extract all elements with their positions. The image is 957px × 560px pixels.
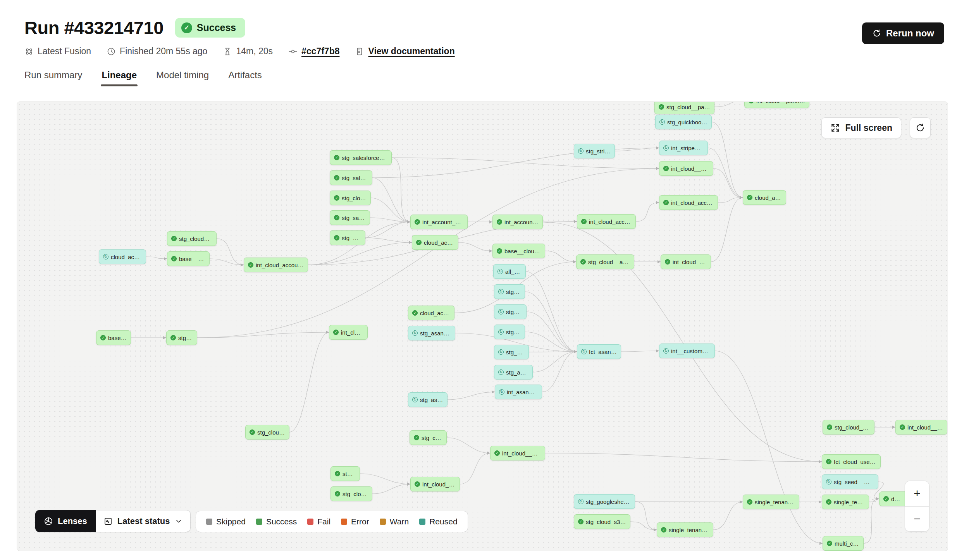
graph-node-asana_bot[interactable]: ↻stg_asana__… [408, 392, 448, 407]
fullscreen-button[interactable]: Full screen [821, 117, 901, 138]
graph-node-fct_asana[interactable]: ↻fct_asana_proj… [577, 344, 621, 359]
graph-node-quickbooks[interactable]: ↻stg_quickbooks__a… [655, 115, 712, 129]
graph-node-cloud_acct_mid[interactable]: ✓cloud_account… [408, 306, 454, 320]
graph-node-all_days[interactable]: ↻all_days [493, 264, 526, 279]
graph-node-fct_user_acc[interactable]: ✓fct_cloud_user_acc… [822, 454, 881, 469]
node-success-icon: ✓ [494, 450, 500, 456]
graph-node-s3[interactable]: ✓stg_cloud_s3_singl… [574, 514, 630, 529]
graph-node-asana1[interactable]: ↻stg_asana… [494, 284, 525, 299]
graph-node-asana_tas[interactable]: ↻stg_asana__tas… [408, 326, 455, 340]
tab-lineage[interactable]: Lineage [102, 70, 137, 86]
zoom-in-button[interactable]: + [905, 481, 929, 506]
graph-node-cloud_us1[interactable]: ✓stg_cloud__us… [330, 191, 371, 205]
lineage-edge-stg_cloud_m-int_cloud_us [197, 332, 329, 338]
graph-node-asana_pr[interactable]: ↻stg_asana__pr… [494, 365, 533, 380]
node-success-icon: ✓ [334, 155, 339, 160]
graph-node-stripe_stg[interactable]: ↻stg_stripe__c… [574, 144, 615, 158]
graph-node-cloud_accts[interactable]: ✓cloud_accounts_… [412, 235, 458, 250]
graph-node-region[interactable]: ✓stg_cloud_region… [167, 231, 217, 246]
meta-item-label: Finished 20m 55s ago [120, 46, 207, 57]
graph-node-acct_domain[interactable]: ✓int_account_domain… [410, 215, 468, 229]
node-reused-icon: ↻ [497, 269, 503, 274]
graph-node-accoun_int[interactable]: ✓int_cloud__accoun… [661, 254, 711, 269]
graph-node-asana3[interactable]: ↻stg_asana… [494, 325, 525, 339]
tab-artifacts[interactable]: Artifacts [228, 70, 262, 86]
graph-node-devel_int[interactable]: ✓int_cloud__devel… [895, 420, 947, 435]
graph-node-int_acct_m[interactable]: ✓int_cloud_account__m… [244, 258, 308, 272]
meta-item-fusion: Latest Fusion [24, 46, 91, 57]
graph-node-stripe_int[interactable]: ↻int_stripe__custo… [659, 141, 708, 155]
graph-node-customer_acct[interactable]: ↻int__customer_account… [659, 344, 715, 358]
node-label: stg_cloud_region… [179, 235, 212, 242]
graph-node-partner_con[interactable]: ✓int_cloud__partner_con… [744, 101, 809, 108]
graph-node-asana2[interactable]: ↻stg_asana_… [494, 304, 527, 319]
graph-node-st_map_mid[interactable]: ✓single_tenant_map… [657, 522, 713, 537]
canvas-refresh-button[interactable] [910, 117, 931, 138]
graph-node-acct_dom[interactable]: ✓int_account_dom… [492, 215, 543, 229]
lenses-button[interactable]: Lenses [35, 510, 96, 532]
node-label: stg_asana__… [506, 349, 525, 356]
success-check-icon: ✓ [181, 22, 192, 33]
node-label: fct_asana_proj… [589, 349, 617, 355]
graph-node-cloud_2[interactable]: ✓stg_cloud__… [330, 230, 365, 245]
graph-node-accounts_stg[interactable]: ✓stg_cloud__accounts… [576, 254, 634, 269]
rerun-now-button[interactable]: Rerun now [862, 22, 944, 44]
lineage-edge-st_map_mid-st_mapp [713, 502, 743, 530]
node-success-icon: ✓ [333, 330, 339, 335]
graph-node-group_per[interactable]: ✓int_cloud__group_per… [410, 477, 460, 491]
meta-item-document[interactable]: View documentation [355, 46, 454, 57]
graph-node-cloud_user_ac[interactable]: ✓int_cloud__user_ac… [659, 161, 713, 176]
node-label: int_cloud__user_ac… [671, 165, 709, 172]
graph-node-stg_cloud3[interactable]: ✓stg_cloud_… [330, 466, 360, 481]
graph-node-ma_mid[interactable]: ✓int_cloud_account_ma… [577, 214, 636, 229]
lineage-edge-ma_mid-ma_top [636, 203, 659, 222]
graph-node-sf2[interactable]: ✓stg_salesforce_… [330, 170, 372, 185]
fusion-icon [24, 47, 34, 56]
node-success-icon: ✓ [412, 310, 418, 316]
graph-node-st_single[interactable]: ✓single_tenant_… [822, 495, 869, 509]
node-label: stg_asana__pr… [506, 369, 528, 376]
graph-node-gsheets[interactable]: ↻stg_googlesheets__sin… [574, 494, 635, 509]
graph-node-cloud_us2[interactable]: ✓stg_cloud__us… [410, 430, 447, 445]
lineage-canvas[interactable]: ✓stg_cloud__partner_c…↻stg_quickbooks__a… [17, 101, 948, 551]
graph-node-sf3[interactable]: ✓stg_salesforce… [330, 210, 370, 225]
graph-node-cloud_acct_right[interactable]: ✓cloud_account… [743, 190, 786, 205]
lineage-edge-gsheets-st_mapp [635, 502, 743, 502]
tab-run-summary[interactable]: Run summary [24, 70, 82, 86]
tab-model-timing[interactable]: Model timing [156, 70, 209, 86]
graph-node-base_cloud[interactable]: ✓base__cloud_… [167, 251, 210, 266]
graph-node-asana4[interactable]: ↻stg_asana__… [494, 345, 529, 359]
node-label: int_cloud__user_group… [502, 450, 541, 457]
graph-node-asana_task[interactable]: ↻int_asana__task_s… [495, 385, 542, 399]
node-label: stg_asana__… [420, 397, 443, 403]
graph-node-cloud_acct_src[interactable]: ↻cloud_account… [99, 249, 146, 264]
node-success-icon: ✓ [171, 256, 177, 261]
lens-dropdown[interactable]: Latest status [96, 510, 191, 532]
lineage-edge-sf2-acct_domain [372, 178, 410, 222]
node-reused-icon: ↻ [578, 148, 583, 154]
node-label: cloud_accounts_… [424, 239, 454, 246]
graph-node-multi_cell[interactable]: ✓multi_cell_m… [823, 536, 864, 551]
graph-node-base_cloud_acco[interactable]: ✓base__cloud_acco… [492, 244, 545, 258]
graph-node-partner_c[interactable]: ✓stg_cloud__partner_c… [654, 101, 714, 114]
graph-node-group[interactable]: ✓stg_cloud__group… [330, 486, 372, 501]
meta-item-commit[interactable]: #cc7f7b8 [288, 46, 339, 57]
graph-node-ma_top[interactable]: ✓int_cloud_account_ma… [659, 195, 718, 210]
tabs-row: Run summaryLineageModel timingArtifacts [24, 70, 935, 86]
graph-node-st_mapp[interactable]: ✓single_tenant_mapp… [743, 495, 799, 509]
lineage-edge-group_per-user_group [460, 453, 490, 484]
node-success-icon: ✓ [334, 215, 339, 220]
meta-item-label: #cc7f7b8 [301, 46, 339, 57]
node-success-icon: ✓ [100, 335, 106, 340]
zoom-out-button[interactable]: − [905, 507, 929, 532]
legend-label: Error [351, 517, 369, 526]
graph-node-seed_multireg[interactable]: ↻stg_seed__multireg… [822, 474, 878, 489]
node-reused-icon: ↻ [826, 479, 831, 484]
graph-node-user_group[interactable]: ✓int_cloud__user_group… [490, 446, 545, 460]
graph-node-email[interactable]: ✓stg_cloud__email… [245, 425, 289, 440]
graph-node-int_cloud_us[interactable]: ✓int_cloud__us… [329, 325, 368, 340]
graph-node-base_clou[interactable]: ✓base__clou… [96, 330, 131, 345]
graph-node-stg_cloud_m[interactable]: ✓stg_cloud_… [166, 330, 197, 345]
graph-node-devel_stg[interactable]: ✓stg_cloud__devel… [823, 420, 874, 435]
graph-node-sf_cloud[interactable]: ✓stg_salesforce__cloud_… [330, 150, 392, 165]
